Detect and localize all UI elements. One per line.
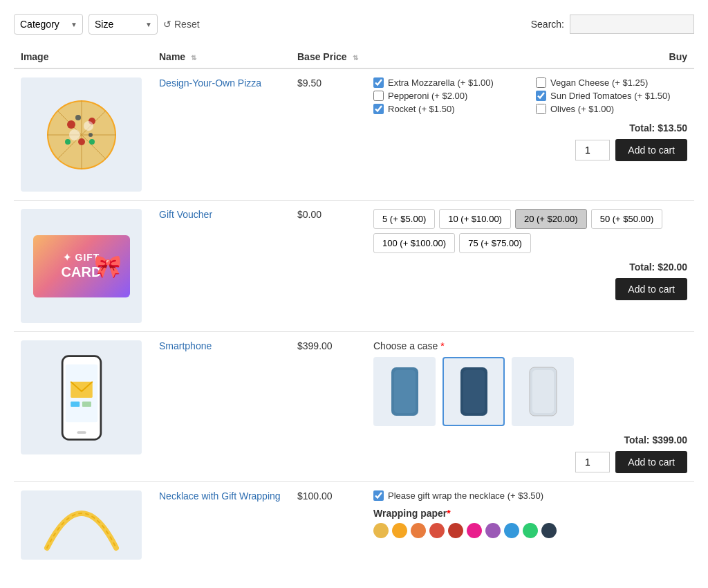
color-swatch-blue[interactable] [504, 523, 519, 538]
pizza-add-to-cart[interactable]: Add to cart [615, 139, 687, 161]
smartphone-total: Total: $399.00 [373, 434, 687, 445]
checkbox-vegan-cheese[interactable] [536, 77, 546, 88]
table-row: Smartphone $399.00 Choose a case * [14, 332, 694, 482]
smartphone-link[interactable]: Smartphone [159, 340, 212, 351]
color-swatch-pink[interactable] [467, 523, 482, 538]
pizza-image [44, 97, 120, 173]
necklace-link[interactable]: Necklace with Gift Wrapping [159, 490, 281, 502]
smartphone-buy-cell: Choose a case * [366, 332, 694, 482]
voucher-add-to-cart[interactable]: Add to cart [615, 278, 687, 300]
price-sort-icon: ⇅ [353, 54, 358, 62]
voucher-5[interactable]: 5 (+ $5.00) [373, 209, 435, 229]
svg-point-12 [88, 133, 93, 137]
smartphone-cart-row: Add to cart [373, 451, 687, 473]
wrapping-paper-label: Wrapping paper* [373, 508, 687, 519]
voucher-50[interactable]: 50 (+ $50.00) [591, 209, 663, 229]
pizza-total: Total: $13.50 [373, 122, 687, 134]
smartphone-image [50, 353, 113, 443]
checkbox-pepperoni[interactable] [373, 91, 384, 101]
necklace-image [40, 493, 123, 558]
voucher-100[interactable]: 100 (+ $100.00) [373, 233, 455, 253]
case-option-3[interactable] [512, 357, 574, 426]
size-select[interactable]: Size [88, 14, 158, 35]
pizza-qty[interactable] [575, 140, 610, 160]
svg-rect-19 [82, 401, 91, 406]
case-svg-3 [524, 364, 562, 419]
color-swatch-purple[interactable] [485, 523, 501, 538]
voucher-link[interactable]: Gift Voucher [159, 209, 212, 220]
svg-rect-20 [77, 431, 86, 434]
addon-sun-dried: Sun Dried Tomatoes (+ $1.50) [536, 91, 687, 101]
case-option-2[interactable] [442, 357, 505, 426]
smartphone-qty[interactable] [575, 452, 610, 472]
necklace-image-cell [14, 482, 152, 569]
choose-case-label: Choose a case * [373, 340, 687, 351]
pizza-addons: Extra Mozzarella (+ $1.00) Vegan Cheese … [373, 77, 687, 114]
addon-vegan-cheese: Vegan Cheese (+ $1.25) [536, 77, 687, 88]
svg-rect-22 [394, 370, 416, 413]
search-input[interactable] [570, 15, 694, 34]
checkbox-olives[interactable] [536, 104, 546, 114]
voucher-20[interactable]: 20 (+ $20.00) [515, 209, 587, 229]
pizza-name-cell: Design-Your-Own Pizza [152, 68, 290, 201]
voucher-cart-row: Add to cart [373, 278, 687, 300]
svg-point-13 [69, 129, 80, 140]
case-options [373, 357, 687, 426]
col-image: Image [14, 46, 152, 68]
addon-pepperoni: Pepperoni (+ $2.00) [373, 91, 525, 101]
case-svg-1 [386, 364, 424, 419]
col-buy: Buy [366, 46, 694, 68]
pizza-buy-cell: Extra Mozzarella (+ $1.00) Vegan Cheese … [366, 68, 694, 201]
voucher-options: 5 (+ $5.00) 10 (+ $10.00) 20 (+ $20.00) … [373, 209, 687, 253]
color-swatch-green[interactable] [523, 523, 538, 538]
toolbar: Category Size ↺ Reset Search: [14, 14, 694, 35]
checkbox-sun-dried[interactable] [536, 91, 546, 101]
name-sort-icon: ⇅ [191, 54, 196, 62]
color-swatch-dark[interactable] [541, 523, 557, 538]
svg-point-10 [89, 139, 95, 145]
search-area: Search: [531, 15, 694, 34]
category-select-wrap: Category [14, 14, 83, 35]
svg-point-11 [75, 115, 81, 120]
checkbox-extra-mozzarella[interactable] [373, 77, 384, 88]
pizza-cart-row: Add to cart [373, 139, 687, 161]
necklace-name-cell: Necklace with Gift Wrapping [152, 482, 290, 569]
case-option-1[interactable] [373, 357, 436, 426]
svg-point-6 [67, 120, 75, 129]
svg-point-14 [84, 121, 93, 131]
color-swatch-orange[interactable] [392, 523, 407, 538]
size-select-wrap: Size [88, 14, 158, 35]
reset-button[interactable]: ↺ Reset [163, 19, 200, 30]
checkbox-gift-wrap[interactable] [373, 490, 384, 501]
svg-point-9 [65, 139, 71, 145]
voucher-total: Total: $20.00 [373, 261, 687, 273]
table-row: Necklace with Gift Wrapping $100.00 Plea… [14, 482, 694, 569]
svg-point-8 [78, 138, 85, 145]
voucher-10[interactable]: 10 (+ $10.00) [439, 209, 511, 229]
necklace-image-wrap [21, 490, 142, 560]
svg-rect-24 [463, 370, 485, 413]
svg-rect-26 [532, 370, 554, 413]
pizza-image-wrap [21, 77, 142, 192]
pizza-image-cell [14, 68, 152, 201]
smartphone-add-to-cart[interactable]: Add to cart [615, 451, 687, 473]
color-swatch-red[interactable] [448, 523, 463, 538]
smartphone-image-wrap [21, 340, 142, 454]
voucher-name-cell: Gift Voucher [152, 201, 290, 332]
col-price[interactable]: Base Price ⇅ [290, 46, 366, 68]
pizza-link[interactable]: Design-Your-Own Pizza [159, 77, 261, 89]
addon-rocket: Rocket (+ $1.50) [373, 104, 525, 114]
color-swatch-red-orange[interactable] [429, 523, 445, 538]
category-select[interactable]: Category [14, 14, 83, 35]
color-swatch-yellow[interactable] [373, 523, 389, 538]
col-name[interactable]: Name ⇅ [152, 46, 290, 68]
case-svg-2 [455, 364, 493, 419]
voucher-75[interactable]: 75 (+ $75.00) [459, 233, 531, 253]
color-swatch-dark-orange[interactable] [411, 523, 426, 538]
svg-rect-18 [71, 401, 80, 406]
product-table: Image Name ⇅ Base Price ⇅ Buy [14, 46, 694, 568]
voucher-price-cell: $0.00 [290, 201, 366, 332]
checkbox-rocket[interactable] [373, 104, 384, 114]
pizza-price-cell: $9.50 [290, 68, 366, 201]
table-row: Design-Your-Own Pizza $9.50 Extra Mozzar… [14, 68, 694, 201]
